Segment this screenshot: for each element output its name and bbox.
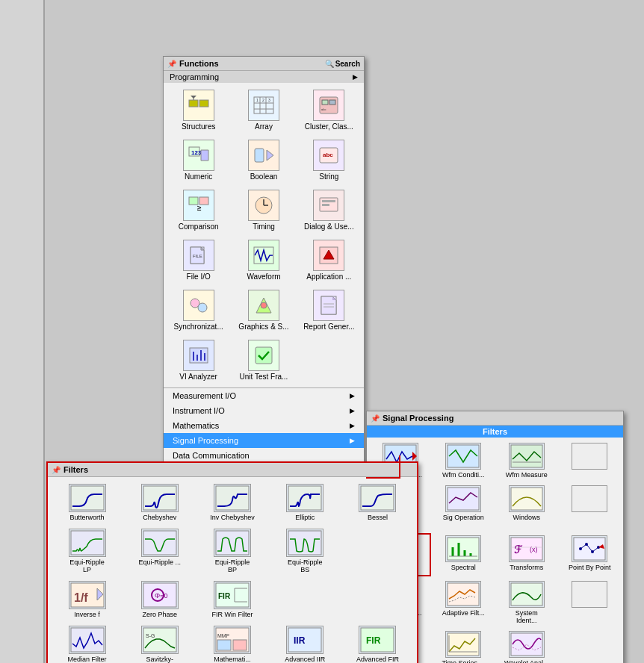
section-arrow: ▶: [353, 73, 358, 81]
graphics-label: Graphics & S...: [238, 323, 288, 331]
svg-rect-1: [199, 100, 208, 107]
filters-thumbtack-icon: 📌: [52, 466, 61, 474]
icon-report[interactable]: Report Gener...: [298, 287, 360, 334]
icon-comparison[interactable]: ≥ Comparison: [167, 187, 229, 234]
icons-grid: Structures 1 2 3 Array: [164, 83, 364, 387]
filter-median-filter[interactable]: Median Filter: [52, 623, 122, 663]
fir-win-filter-label: FIR Win Filter: [211, 611, 253, 618]
equi-ripple-bp-label: Equi-Ripple BP: [210, 558, 255, 573]
savitzky-golay-icon: S-G: [141, 626, 179, 654]
transforms-label: Transforms: [510, 564, 543, 571]
adaptive-filt-icon: [445, 581, 481, 608]
mathematics-item[interactable]: Mathematics ▶: [164, 418, 364, 433]
icon-dialog[interactable]: Dialog & Use...: [298, 187, 360, 234]
filter-mathematics[interactable]: MMF Mathemati...: [197, 623, 267, 663]
data-communication-label: Data Communication: [173, 451, 250, 460]
fileio-label: File I/O: [187, 273, 211, 281]
filter-placeholder3: [343, 579, 412, 620]
filter-zero-phase[interactable]: Φ=0 Zero Phase: [125, 579, 194, 620]
icon-structures[interactable]: Structures: [167, 87, 229, 134]
unittest-label: Unit Test Fra...: [240, 373, 288, 381]
signal-sig-operation[interactable]: Sig Operation: [433, 483, 495, 531]
data-communication-item[interactable]: Data Communication: [164, 448, 364, 463]
signal-system-ident[interactable]: System Ident...: [496, 579, 557, 626]
signal-adaptive-filt[interactable]: Adaptive Filt...: [433, 579, 495, 626]
icon-application[interactable]: Application ...: [298, 237, 360, 284]
icon-graphics[interactable]: Graphics & S...: [232, 287, 294, 334]
instrument-io-label: Instrument I/O: [173, 406, 225, 415]
mathematics-icon: MMF: [214, 626, 251, 654]
svg-rect-30: [322, 200, 335, 202]
point-by-point-icon: [572, 535, 607, 562]
wfm-conditi-icon: [445, 443, 481, 470]
svg-rect-13: [322, 100, 328, 105]
search-area[interactable]: 🔍 Search: [325, 60, 360, 68]
filter-savitzky-golay[interactable]: S-G Savitzky-Golay: [125, 623, 194, 663]
signal-section-label: Filters: [483, 427, 507, 436]
icon-cluster[interactable]: abc Cluster, Clas...: [298, 87, 360, 134]
icon-sync[interactable]: Synchronizat...: [167, 287, 229, 334]
signal-wfm-conditi[interactable]: Wfm Conditi...: [433, 441, 495, 481]
signal-processing-label: Signal Processing: [173, 436, 238, 445]
wfm-measure-icon: [509, 443, 545, 470]
svg-text:ℱ: ℱ: [514, 544, 523, 555]
signal-windows[interactable]: Windows: [496, 483, 557, 531]
signal-empty1: [560, 441, 621, 481]
structures-icon-box: [183, 90, 214, 121]
section-label: Programming: [170, 72, 219, 81]
measurement-io-label: Measurement I/O: [173, 391, 236, 400]
transforms-icon: ℱ (x): [509, 535, 545, 562]
svg-text:(x): (x): [530, 546, 538, 553]
filter-chebyshev[interactable]: Chebyshev: [125, 482, 194, 523]
inverse-f-label: Inverse f: [74, 611, 100, 618]
empty1-icon: [572, 443, 607, 470]
icon-array[interactable]: 1 2 3 Array: [232, 87, 294, 134]
svg-rect-105: [288, 531, 321, 555]
vi-analyzer-label: VI Analyzer: [179, 373, 217, 381]
icon-unittest[interactable]: Unit Test Fra...: [232, 337, 294, 384]
measurement-io-item[interactable]: Measurement I/O ▶: [164, 388, 364, 403]
cluster-label: Cluster, Clas...: [305, 122, 353, 131]
filter-bessel[interactable]: Bessel: [343, 482, 412, 523]
filter-fir-win-filter[interactable]: FIR FIR Win Filter: [197, 579, 267, 620]
spectral-label: Spectral: [451, 564, 476, 571]
filter-advanced-iir[interactable]: IIR Advanced IIR: [270, 623, 340, 663]
signal-processing-item[interactable]: Signal Processing ▶: [164, 433, 364, 448]
instrument-io-arrow: ▶: [350, 407, 355, 414]
filter-inverse-f[interactable]: 1/f Inverse f: [52, 579, 122, 620]
instrument-io-item[interactable]: Instrument I/O ▶: [164, 403, 364, 418]
icon-waveform[interactable]: Waveform: [232, 237, 294, 284]
equi-ripple-2-icon: [141, 529, 179, 557]
filter-butterworth[interactable]: Butterworth: [52, 482, 122, 523]
icon-boolean[interactable]: Boolean: [232, 137, 294, 184]
signal-transforms[interactable]: ℱ (x) Transforms: [496, 533, 557, 576]
filter-equi-ripple-lp[interactable]: Equi-Ripple LP: [52, 526, 122, 576]
dialog-icon-box: [313, 190, 344, 221]
filter-equi-ripple-2[interactable]: Equi-Ripple ...: [125, 526, 194, 576]
filter-equi-ripple-bp[interactable]: Equi-Ripple BP: [197, 526, 267, 576]
icon-timing[interactable]: Timing: [232, 187, 294, 234]
icon-numeric[interactable]: 123 Numeric: [167, 137, 229, 184]
equi-ripple-bs-icon: [286, 529, 323, 557]
signal-spectral[interactable]: Spectral: [433, 533, 495, 576]
svg-text:Φ=0: Φ=0: [155, 592, 167, 600]
filter-elliptic[interactable]: Elliptic: [270, 482, 340, 523]
signal-wfm-measure[interactable]: Wfm Measure: [496, 441, 557, 481]
svg-text:abc: abc: [321, 108, 326, 111]
signal-wavelet-anal[interactable]: Wavelet Anal...: [496, 629, 557, 663]
filter-advanced-fir[interactable]: FIR Advanced FIR: [343, 623, 412, 663]
icon-fileio[interactable]: FILE File I/O: [167, 237, 229, 284]
signal-point-by-point[interactable]: Point By Point: [560, 533, 621, 576]
svg-text:IIR: IIR: [294, 635, 306, 646]
svg-text:1/f: 1/f: [74, 591, 88, 604]
signal-time-series[interactable]: Time Series ...: [433, 629, 495, 663]
icon-vi-analyzer[interactable]: VI Analyzer: [167, 337, 229, 384]
bessel-label: Bessel: [368, 514, 388, 521]
elliptic-label: Elliptic: [295, 514, 315, 521]
system-ident-label: System Ident...: [504, 609, 549, 624]
icon-string[interactable]: abc String: [298, 137, 360, 184]
filter-inv-chebyshev[interactable]: Inv Chebyshev: [197, 482, 267, 523]
svg-text:abc: abc: [323, 152, 333, 158]
svg-marker-3: [191, 96, 196, 99]
filter-equi-ripple-bs[interactable]: Equi-Ripple BS: [270, 526, 340, 576]
